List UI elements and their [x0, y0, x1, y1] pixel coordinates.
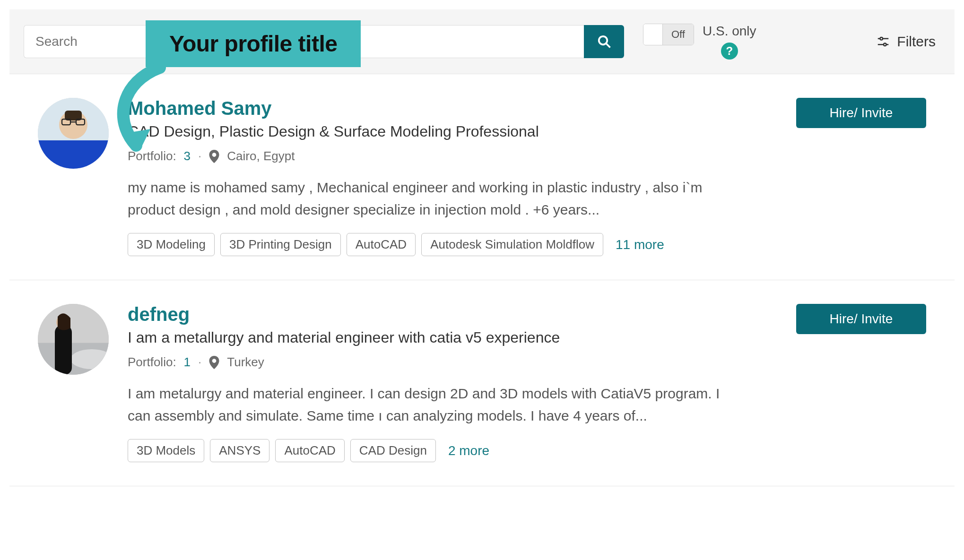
sliders-icon	[876, 34, 890, 49]
portfolio-label: Portfolio:	[128, 149, 176, 164]
profile-title: CAD Design, Plastic Design & Surface Mod…	[128, 123, 777, 140]
svg-line-1	[606, 43, 610, 48]
hire-invite-button[interactable]: Hire/ Invite	[796, 98, 926, 128]
help-icon[interactable]: ?	[721, 43, 738, 60]
avatar-image	[38, 98, 109, 169]
more-tags-link[interactable]: 2 more	[448, 443, 489, 458]
search-icon	[597, 34, 611, 49]
separator-dot: ·	[198, 355, 201, 370]
svg-rect-16	[55, 325, 72, 375]
svg-point-5	[884, 43, 886, 46]
profile-title: I am a metallurgy and material engineer …	[128, 329, 777, 346]
profile-description: my name is mohamed samy , Mechanical eng…	[128, 177, 742, 221]
location-pin-icon	[209, 356, 219, 369]
skill-tag[interactable]: ANSYS	[210, 439, 269, 462]
card-side: Hire/ Invite	[796, 98, 926, 256]
profile-meta: Portfolio: 3 · Cairo, Egypt	[128, 149, 777, 164]
tags-row: 3D Modeling 3D Printing Design AutoCAD A…	[128, 233, 777, 256]
skill-tag[interactable]: 3D Modeling	[128, 233, 215, 256]
profile-meta: Portfolio: 1 · Turkey	[128, 355, 777, 370]
results-list: Mohamed Samy CAD Design, Plastic Design …	[9, 74, 955, 486]
filters-label: Filters	[897, 34, 936, 50]
search-input[interactable]	[24, 25, 584, 58]
us-only-toggle[interactable]: Off	[643, 24, 694, 45]
location-text: Cairo, Egypt	[227, 149, 295, 164]
toggle-off-label: Off	[662, 24, 694, 45]
profile-description: I am metalurgy and material engineer. I …	[128, 383, 742, 427]
skill-tag[interactable]: CAD Design	[350, 439, 436, 462]
more-tags-link[interactable]: 11 more	[616, 237, 664, 252]
profile-name[interactable]: Mohamed Samy	[128, 98, 777, 119]
card-body: Mohamed Samy CAD Design, Plastic Design …	[128, 98, 777, 256]
skill-tag[interactable]: 3D Printing Design	[220, 233, 341, 256]
card-side: Hire/ Invite	[796, 304, 926, 462]
skill-tag[interactable]: AutoCAD	[347, 233, 416, 256]
topbar: Off U.S. only ? Filters Your profile tit…	[9, 9, 955, 74]
separator-dot: ·	[198, 149, 201, 164]
portfolio-count[interactable]: 1	[184, 355, 191, 370]
location-text: Turkey	[227, 355, 264, 370]
search-wrap	[24, 25, 624, 58]
result-card: defneg I am a metallurgy and material en…	[9, 280, 955, 486]
skill-tag[interactable]: Autodesk Simulation Moldflow	[421, 233, 603, 256]
filters-button[interactable]: Filters	[876, 34, 940, 50]
tags-row: 3D Models ANSYS AutoCAD CAD Design 2 mor…	[128, 439, 777, 462]
skill-tag[interactable]: 3D Models	[128, 439, 204, 462]
svg-point-0	[599, 36, 607, 45]
profile-name[interactable]: defneg	[128, 304, 777, 325]
portfolio-count[interactable]: 3	[184, 149, 191, 164]
avatar[interactable]	[38, 98, 109, 169]
search-button[interactable]	[584, 25, 624, 58]
page-root: Off U.S. only ? Filters Your profile tit…	[0, 0, 964, 486]
result-card: Mohamed Samy CAD Design, Plastic Design …	[9, 74, 955, 280]
card-body: defneg I am a metallurgy and material en…	[128, 304, 777, 462]
avatar[interactable]	[38, 304, 109, 375]
us-only-label: U.S. only	[703, 24, 756, 39]
us-only-wrap: Off U.S. only ?	[643, 24, 756, 60]
hire-invite-button[interactable]: Hire/ Invite	[796, 304, 926, 334]
avatar-image	[38, 304, 109, 375]
svg-rect-7	[38, 140, 109, 169]
location-pin-icon	[209, 150, 219, 163]
svg-point-4	[880, 37, 883, 40]
skill-tag[interactable]: AutoCAD	[275, 439, 344, 462]
portfolio-label: Portfolio:	[128, 355, 176, 370]
